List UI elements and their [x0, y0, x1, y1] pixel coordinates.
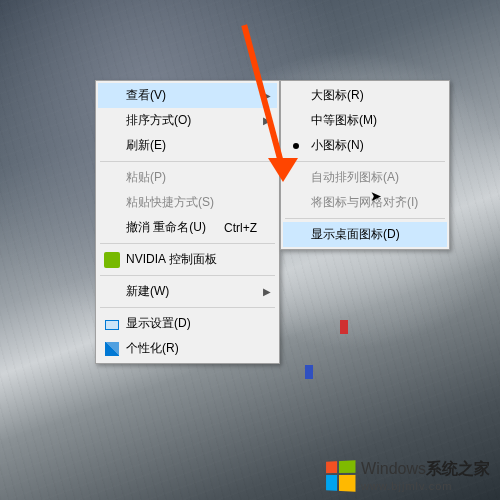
menu-hotkey: Ctrl+Z [206, 221, 257, 235]
menu-label: 排序方式(O) [126, 112, 191, 129]
menu-separator [285, 218, 445, 219]
submenu-show-desktop-icons[interactable]: 显示桌面图标(D) [283, 222, 447, 247]
menu-sort[interactable]: 排序方式(O) ▶ [98, 108, 277, 133]
menu-separator [100, 275, 275, 276]
view-submenu: 大图标(R) 中等图标(M) 小图标(N) 自动排列图标(A) 将图标与网格对齐… [280, 80, 450, 250]
chevron-right-icon: ▶ [263, 286, 271, 297]
menu-undo-rename[interactable]: 撤消 重命名(U) Ctrl+Z [98, 215, 277, 240]
submenu-large-icons[interactable]: 大图标(R) [283, 83, 447, 108]
menu-separator [100, 243, 275, 244]
menu-separator [285, 161, 445, 162]
bullet-icon [293, 143, 299, 149]
menu-label: 个性化(R) [126, 340, 179, 357]
watermark-cn: 系统之家 [426, 460, 490, 477]
menu-label: 大图标(R) [311, 87, 364, 104]
submenu-small-icons[interactable]: 小图标(N) [283, 133, 447, 158]
menu-label: 撤消 重命名(U) [126, 219, 206, 236]
menu-label: 显示设置(D) [126, 315, 191, 332]
watermark-url: www.bjjmlv.com [361, 480, 490, 492]
menu-view[interactable]: 查看(V) ▶ [98, 83, 277, 108]
submenu-medium-icons[interactable]: 中等图标(M) [283, 108, 447, 133]
menu-label: 中等图标(M) [311, 112, 377, 129]
menu-label: 自动排列图标(A) [311, 169, 399, 186]
menu-label: 小图标(N) [311, 137, 364, 154]
menu-label: 粘贴(P) [126, 169, 166, 186]
menu-label: 刷新(E) [126, 137, 166, 154]
menu-label: 新建(W) [126, 283, 169, 300]
submenu-auto-arrange[interactable]: 自动排列图标(A) [283, 165, 447, 190]
display-icon [104, 316, 120, 332]
menu-label: 查看(V) [126, 87, 166, 104]
watermark-brand: Windows [361, 460, 426, 477]
menu-personalize[interactable]: 个性化(R) [98, 336, 277, 361]
menu-label: 将图标与网格对齐(I) [311, 194, 418, 211]
windows-logo-icon [326, 460, 355, 492]
nvidia-icon [104, 252, 120, 268]
chevron-right-icon: ▶ [263, 115, 271, 126]
menu-label: NVIDIA 控制面板 [126, 251, 217, 268]
menu-new[interactable]: 新建(W) ▶ [98, 279, 277, 304]
menu-separator [100, 161, 275, 162]
chevron-right-icon: ▶ [263, 90, 271, 101]
menu-paste-shortcut: 粘贴快捷方式(S) [98, 190, 277, 215]
menu-nvidia[interactable]: NVIDIA 控制面板 [98, 247, 277, 272]
menu-refresh[interactable]: 刷新(E) [98, 133, 277, 158]
personalize-icon [104, 341, 120, 357]
watermark: Windows系统之家 www.bjjmlv.com [325, 459, 490, 492]
menu-label: 显示桌面图标(D) [311, 226, 400, 243]
wallpaper-detail [340, 320, 348, 334]
menu-display-settings[interactable]: 显示设置(D) [98, 311, 277, 336]
desktop-context-menu: 查看(V) ▶ 排序方式(O) ▶ 刷新(E) 粘贴(P) 粘贴快捷方式(S) … [95, 80, 280, 364]
menu-separator [100, 307, 275, 308]
wallpaper-detail [305, 365, 313, 379]
submenu-align-grid[interactable]: 将图标与网格对齐(I) [283, 190, 447, 215]
menu-paste: 粘贴(P) [98, 165, 277, 190]
menu-label: 粘贴快捷方式(S) [126, 194, 214, 211]
